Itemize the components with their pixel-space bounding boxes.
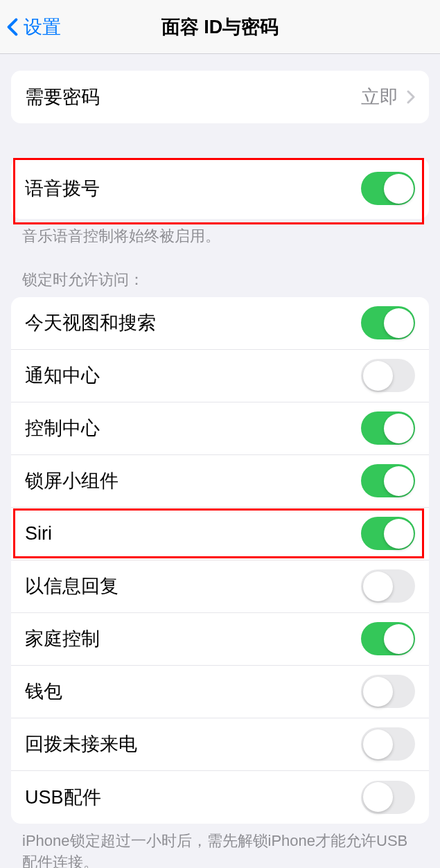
toggle-knob (363, 729, 393, 759)
toggle-knob (384, 519, 414, 549)
lock-option-toggle[interactable] (361, 359, 415, 392)
lock-option-label: Siri (25, 523, 52, 544)
lock-option-toggle[interactable] (361, 306, 415, 339)
toggle-knob (363, 361, 393, 391)
lock-option-toggle[interactable] (361, 622, 415, 655)
lock-option-row: 以信息回复 (11, 560, 429, 613)
back-label: 设置 (24, 15, 61, 39)
lock-option-row: 今天视图和搜索 (11, 297, 429, 350)
lock-option-row: Siri (11, 508, 429, 560)
lock-option-label: 锁屏小组件 (25, 468, 118, 493)
lock-option-toggle[interactable] (361, 675, 415, 708)
require-passcode-value: 立即 (361, 85, 398, 109)
lock-option-toggle[interactable] (361, 517, 415, 550)
lock-option-toggle[interactable] (361, 569, 415, 603)
lock-option-row: 回拨未接来电 (11, 718, 429, 771)
lock-option-label: 钱包 (25, 679, 62, 704)
lock-option-label: 控制中心 (25, 416, 100, 441)
require-passcode-value-wrap: 立即 (361, 85, 415, 109)
require-passcode-group: 需要密码 立即 (11, 71, 429, 123)
toggle-knob (384, 308, 414, 338)
lock-option-toggle[interactable] (361, 781, 415, 814)
voice-dial-footer: 音乐语音控制将始终被启用。 (0, 219, 440, 247)
lock-option-row: 锁屏小组件 (11, 455, 429, 508)
lock-option-row: 钱包 (11, 666, 429, 718)
toggle-knob (384, 414, 414, 443)
chevron-left-icon (7, 17, 18, 37)
toggle-knob (384, 624, 414, 654)
lock-option-label: 通知中心 (25, 363, 100, 388)
navigation-header: 设置 面容 ID与密码 (0, 0, 440, 54)
page-title: 面容 ID与密码 (161, 15, 279, 39)
chevron-right-icon (407, 90, 415, 104)
toggle-knob (363, 572, 393, 601)
require-passcode-label: 需要密码 (25, 85, 100, 109)
lock-option-row: 控制中心 (11, 402, 429, 455)
require-passcode-row[interactable]: 需要密码 立即 (11, 71, 429, 123)
lock-option-toggle[interactable] (361, 727, 415, 761)
voice-dial-group: 语音拨号 (11, 158, 429, 219)
toggle-knob (363, 677, 393, 707)
lock-option-toggle[interactable] (361, 411, 415, 445)
lock-option-label: 以信息回复 (25, 574, 118, 599)
toggle-knob (363, 782, 393, 812)
lock-option-label: 回拨未接来电 (25, 732, 137, 756)
voice-dial-row: 语音拨号 (11, 158, 429, 219)
lock-options-group: 今天视图和搜索通知中心控制中心锁屏小组件Siri以信息回复家庭控制钱包回拨未接来… (11, 297, 429, 824)
back-button[interactable]: 设置 (0, 15, 61, 39)
lock-option-toggle[interactable] (361, 464, 415, 497)
lock-option-row: 通知中心 (11, 350, 429, 402)
voice-dial-label: 语音拨号 (25, 176, 100, 201)
toggle-knob (384, 174, 414, 204)
lock-option-label: 今天视图和搜索 (25, 310, 156, 335)
lock-option-row: 家庭控制 (11, 613, 429, 666)
lock-section-footer: iPhone锁定超过一小时后，需先解锁iPhone才能允许USB配件连接。 (0, 824, 440, 868)
voice-dial-toggle[interactable] (361, 172, 415, 205)
lock-section-header: 锁定时允许访问： (0, 247, 440, 296)
lock-option-label: 家庭控制 (25, 626, 100, 651)
lock-option-row: USB配件 (11, 771, 429, 824)
toggle-knob (384, 466, 414, 496)
lock-option-label: USB配件 (25, 785, 101, 810)
